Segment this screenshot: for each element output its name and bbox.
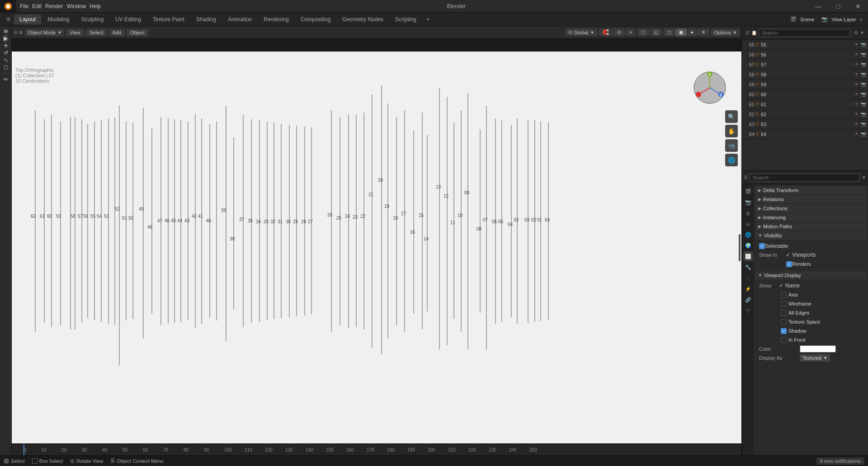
visibility-icon[interactable]: 👁 — [854, 72, 859, 77]
motion-paths-header[interactable]: ▶ Motion Paths — [755, 222, 866, 231]
outliner-options-icon[interactable]: ▼ — [860, 30, 864, 35]
color-swatch[interactable] — [800, 345, 836, 353]
notification-status[interactable]: 9 new notifications — [816, 457, 865, 465]
collections-header[interactable]: ▶ Collections — [755, 204, 866, 212]
scene-name[interactable]: Scene — [800, 17, 814, 22]
material-shading[interactable]: ● — [687, 28, 698, 36]
tab-rendering[interactable]: Rendering — [258, 14, 294, 24]
data-props-icon[interactable]: ▽ — [743, 306, 753, 315]
annotate-tool[interactable]: ✏ — [4, 76, 8, 83]
properties-options-icon[interactable]: ▼ — [862, 175, 866, 180]
show-all-edges-checkbox[interactable] — [781, 310, 787, 316]
modifier-props-icon[interactable]: 🔧 — [743, 262, 753, 272]
outliner-menu-icon[interactable]: ☰ — [745, 30, 750, 35]
camera-view[interactable]: 📹 — [725, 139, 738, 152]
add-button[interactable]: Add — [109, 29, 125, 36]
render-visibility-icon[interactable]: 📷 — [861, 102, 866, 107]
menu-file[interactable]: File — [20, 3, 28, 9]
tab-sculpting[interactable]: Sculpting — [76, 14, 109, 24]
outliner-item[interactable]: 58 ▽ 58 👁 📷 — [742, 70, 868, 80]
transform-tool[interactable]: ⬡ — [4, 64, 8, 71]
outliner-item[interactable]: 63 ▽ 63 👁 📷 — [742, 119, 868, 129]
outliner-item[interactable]: 56 ▽ 56 👁 📷 — [742, 50, 868, 60]
solid-shading[interactable]: ◼ — [675, 28, 687, 36]
scene2-props-icon[interactable]: 🌐 — [743, 230, 753, 240]
viewport[interactable]: Top Orthographic (1) Collection | 07 10 … — [12, 52, 741, 443]
outliner-item[interactable]: 55 ▽ 55 👁 📷 — [742, 40, 868, 50]
select-tool[interactable]: ▶ — [4, 35, 8, 42]
snap-align[interactable]: ⌖ — [626, 28, 636, 36]
visibility-icon[interactable]: 👁 — [854, 92, 859, 97]
select-button[interactable]: Select — [86, 29, 107, 36]
outliner-item[interactable]: 59 ▽ 59 👁 📷 — [742, 80, 868, 89]
tab-compositing[interactable]: Compositing — [295, 14, 336, 24]
outliner-item[interactable]: 64 ▽ 64 👁 📷 — [742, 129, 868, 139]
move-tool[interactable]: ✛ — [4, 42, 8, 49]
render-visibility-icon[interactable]: 📷 — [861, 62, 866, 67]
tab-geometry-nodes[interactable]: Geometry Nodes — [337, 14, 389, 24]
scale-tool[interactable]: ⤡ — [4, 57, 8, 63]
frame-ruler[interactable]: 1 10 20 30 40 50 60 70 80 90 100 110 120… — [12, 444, 741, 455]
outliner-item[interactable]: 57 ▽ 57 👁 📷 — [742, 60, 868, 70]
rotate-tool[interactable]: ↺ — [4, 50, 8, 56]
cursor-tool[interactable]: ⊕ — [4, 28, 8, 34]
tab-shading[interactable]: Shading — [191, 14, 222, 24]
tab-texture-paint[interactable]: Texture Paint — [147, 14, 190, 24]
physics-props-icon[interactable]: ⚡ — [743, 284, 753, 294]
outliner-item[interactable]: 60 ▽ 60 👁 📷 — [742, 89, 868, 99]
world-props-icon[interactable]: 🌍 — [743, 240, 753, 250]
object-button[interactable]: Object — [127, 29, 148, 36]
close-button[interactable]: ✕ — [848, 0, 868, 13]
viewport-gizmo[interactable]: Y Z — [692, 70, 728, 106]
proportional-edit[interactable]: ⊙ — [613, 28, 625, 36]
rendered-shading[interactable]: ☀ — [698, 28, 709, 36]
selectable-checkbox[interactable]: ✓ — [759, 243, 765, 249]
outliner-filter-icon[interactable]: ⚙ — [854, 30, 858, 35]
properties-search[interactable] — [750, 174, 860, 182]
viewports-checkbox[interactable]: ✓ — [786, 252, 790, 258]
outliner-item[interactable]: 61 ▽ 61 👁 📷 — [742, 99, 868, 109]
render-visibility-icon[interactable]: 📷 — [861, 132, 866, 137]
display-as-dropdown[interactable]: Textured ▼ — [800, 354, 830, 362]
view-layer-props-icon[interactable]: 🗂 — [743, 219, 753, 229]
instancing-header[interactable]: ▶ Instancing — [755, 213, 866, 221]
viewport-type-icon[interactable]: 🖥 — [19, 30, 23, 35]
particles-props-icon[interactable]: ⁘ — [743, 273, 753, 283]
tab-layout[interactable]: Layout — [14, 14, 41, 24]
viewport-menu-icon[interactable]: ☰ — [14, 30, 18, 35]
visibility-icon[interactable]: 👁 — [854, 102, 859, 107]
viewport-scrollbar[interactable] — [739, 234, 741, 261]
view-layer-name[interactable]: View Layer — [831, 17, 856, 22]
render-visibility-icon[interactable]: 📷 — [861, 42, 866, 47]
tab-animation[interactable]: Animation — [222, 14, 257, 24]
snap-toggle[interactable]: 🧲 — [599, 28, 613, 36]
viewport-display-header[interactable]: ▼ Viewport Display — [755, 271, 866, 279]
menu-window[interactable]: Window — [66, 3, 86, 9]
menu-help[interactable]: Help — [90, 3, 101, 9]
tab-modeling[interactable]: Modeling — [42, 14, 75, 24]
xray-button[interactable]: ◱ — [650, 28, 662, 36]
mode-dropdown[interactable]: Object Mode ▼ — [25, 29, 64, 36]
render-visibility-icon[interactable]: 📷 — [861, 82, 866, 87]
minimize-button[interactable]: — — [808, 0, 828, 13]
add-workspace-button[interactable]: + — [423, 14, 433, 24]
show-shadow-checkbox[interactable]: ✓ — [781, 328, 787, 334]
outliner-item[interactable]: 62 ▽ 62 👁 📷 — [742, 109, 868, 119]
maximize-button[interactable]: □ — [828, 0, 848, 13]
output-props-icon[interactable]: 🖨 — [743, 208, 753, 218]
show-axis-checkbox[interactable] — [781, 292, 787, 298]
visibility-icon[interactable]: 👁 — [854, 82, 859, 87]
visibility-header[interactable]: ▼ Visibility — [755, 231, 866, 240]
properties-menu-icon[interactable]: ☰ — [744, 175, 748, 180]
object-props-icon[interactable]: ⬜ — [743, 251, 753, 261]
wireframe-shading[interactable]: ◻ — [664, 28, 675, 36]
relations-header[interactable]: ▶ Relations — [755, 195, 866, 203]
scene-props-icon[interactable]: 🎬 — [743, 186, 753, 196]
show-texture-space-checkbox[interactable] — [781, 319, 787, 325]
renders-checkbox[interactable]: ✓ — [786, 261, 792, 267]
visibility-icon[interactable]: 👁 — [854, 122, 859, 127]
options-dropdown[interactable]: Options ▼ — [711, 29, 740, 36]
view-button[interactable]: View — [66, 29, 84, 36]
render-visibility-icon[interactable]: 📷 — [861, 112, 866, 117]
visibility-icon[interactable]: 👁 — [854, 112, 859, 117]
